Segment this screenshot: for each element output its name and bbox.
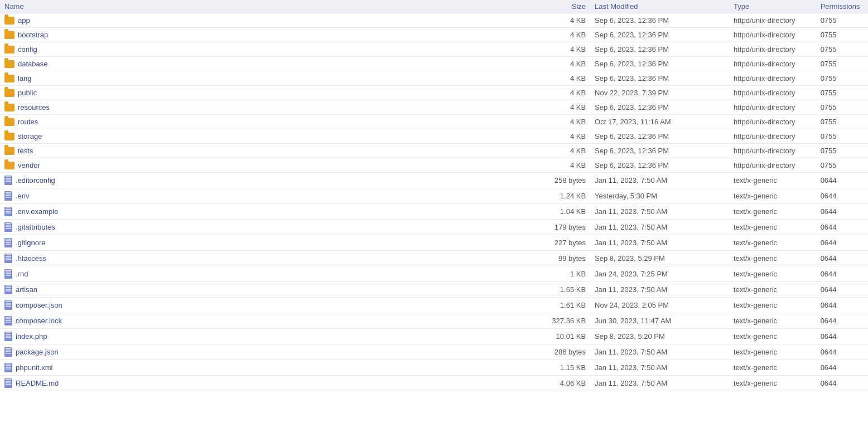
table-row: .rnd1 KBJan 24, 2023, 7:25 PMtext/x-gene… (0, 266, 868, 282)
file-link[interactable]: README.md (16, 379, 59, 387)
col-header-modified[interactable]: Last Modified (590, 0, 729, 13)
file-icon (4, 363, 12, 372)
folder-icon (4, 89, 15, 97)
table-row: .htaccess99 bytesSep 8, 2023, 5:29 PMtex… (0, 251, 868, 266)
file-size: 286 bytes (521, 344, 590, 360)
file-modified: Jan 11, 2023, 7:50 AM (590, 344, 729, 360)
file-type: httpd/unix-directory (729, 144, 816, 158)
file-type: text/x-generic (729, 298, 816, 313)
table-row: lang4 KBSep 6, 2023, 12:36 PMhttpd/unix-… (0, 71, 868, 86)
table-row: .gitignore227 bytesJan 11, 2023, 7:50 AM… (0, 235, 868, 251)
file-size: 4 KB (521, 158, 590, 173)
file-permissions: 0755 (816, 115, 868, 129)
file-modified: Jan 11, 2023, 7:50 AM (590, 204, 729, 220)
table-row: app4 KBSep 6, 2023, 12:36 PMhttpd/unix-d… (0, 13, 868, 28)
folder-icon (4, 46, 15, 54)
file-link[interactable]: phpunit.xml (16, 363, 52, 372)
file-link[interactable]: lang (18, 74, 32, 82)
file-name-cell: .gitignore (0, 235, 521, 251)
col-header-type[interactable]: Type (729, 0, 816, 13)
file-icon (4, 300, 12, 310)
table-row: routes4 KBOct 17, 2023, 11:16 AMhttpd/un… (0, 115, 868, 129)
file-permissions: 0755 (816, 144, 868, 158)
file-link[interactable]: .editorconfig (16, 176, 55, 184)
file-permissions: 0644 (816, 282, 868, 298)
file-type: text/x-generic (729, 188, 816, 204)
file-permissions: 0644 (816, 204, 868, 220)
file-size: 1.61 KB (521, 298, 590, 313)
file-type: text/x-generic (729, 329, 816, 344)
file-type: httpd/unix-directory (729, 100, 816, 115)
table-row: .gitattributes179 bytesJan 11, 2023, 7:5… (0, 220, 868, 235)
file-link[interactable]: artisan (16, 285, 37, 294)
folder-icon (4, 147, 15, 155)
file-name-cell: lang (0, 71, 521, 86)
file-size: 258 bytes (521, 173, 590, 188)
file-link[interactable]: bootstrap (18, 31, 48, 39)
file-link[interactable]: public (18, 89, 37, 97)
file-link[interactable]: config (18, 45, 37, 54)
file-link[interactable]: vendor (18, 161, 40, 169)
file-size: 4 KB (521, 144, 590, 158)
file-link[interactable]: .gitattributes (16, 223, 55, 231)
file-link[interactable]: index.php (16, 332, 47, 341)
file-link[interactable]: routes (18, 118, 38, 126)
col-header-size[interactable]: Size (521, 0, 590, 13)
file-link[interactable]: app (18, 16, 30, 25)
file-link[interactable]: package.json (16, 348, 59, 356)
file-permissions: 0644 (816, 329, 868, 344)
file-link[interactable]: .env (16, 192, 30, 200)
file-modified: Jan 11, 2023, 7:50 AM (590, 235, 729, 251)
file-name-cell: storage (0, 129, 521, 144)
folder-icon (4, 75, 15, 82)
table-row: vendor4 KBSep 6, 2023, 12:36 PMhttpd/uni… (0, 158, 868, 173)
file-icon (4, 222, 12, 232)
file-type: text/x-generic (729, 344, 816, 360)
file-icon (4, 378, 12, 388)
file-name-cell: .gitattributes (0, 220, 521, 235)
file-icon (4, 254, 12, 263)
file-modified: Sep 6, 2023, 12:36 PM (590, 13, 729, 28)
file-modified: Sep 6, 2023, 12:36 PM (590, 129, 729, 144)
file-link[interactable]: composer.json (16, 301, 62, 309)
file-permissions: 0644 (816, 220, 868, 235)
file-link[interactable]: resources (18, 103, 50, 111)
file-type: text/x-generic (729, 235, 816, 251)
file-link[interactable]: .env.example (16, 207, 58, 216)
file-size: 4 KB (521, 42, 590, 57)
file-name-cell: routes (0, 115, 521, 129)
folder-icon (4, 60, 15, 68)
file-name-cell: package.json (0, 344, 521, 360)
file-link[interactable]: composer.lock (16, 317, 62, 325)
table-row: .editorconfig258 bytesJan 11, 2023, 7:50… (0, 173, 868, 188)
file-size: 4 KB (521, 57, 590, 71)
file-modified: Nov 24, 2023, 2:05 PM (590, 298, 729, 313)
file-name-cell: database (0, 57, 521, 71)
file-modified: Sep 6, 2023, 12:36 PM (590, 158, 729, 173)
file-type: httpd/unix-directory (729, 129, 816, 144)
file-size: 1.15 KB (521, 360, 590, 376)
file-link[interactable]: database (18, 60, 48, 68)
file-link[interactable]: .gitignore (16, 239, 45, 247)
file-type: text/x-generic (729, 266, 816, 282)
file-permissions: 0644 (816, 251, 868, 266)
file-type: httpd/unix-directory (729, 86, 816, 100)
file-link[interactable]: .rnd (16, 270, 28, 278)
file-link[interactable]: .htaccess (16, 254, 46, 263)
file-type: httpd/unix-directory (729, 28, 816, 42)
file-link[interactable]: storage (18, 132, 42, 140)
file-icon (4, 332, 12, 341)
file-modified: Sep 8, 2023, 5:29 PM (590, 251, 729, 266)
file-name-cell: config (0, 42, 521, 57)
file-name-cell: vendor (0, 158, 521, 173)
file-type: text/x-generic (729, 173, 816, 188)
file-link[interactable]: tests (18, 147, 33, 155)
col-header-permissions[interactable]: Permissions (816, 0, 868, 13)
table-row: .env.example1.04 KBJan 11, 2023, 7:50 AM… (0, 204, 868, 220)
file-modified: Sep 6, 2023, 12:36 PM (590, 144, 729, 158)
folder-icon (4, 162, 15, 169)
col-header-name[interactable]: Name (0, 0, 521, 13)
file-type: httpd/unix-directory (729, 42, 816, 57)
table-header-row: Name Size Last Modified Type Permissions (0, 0, 868, 13)
file-size: 4 KB (521, 129, 590, 144)
